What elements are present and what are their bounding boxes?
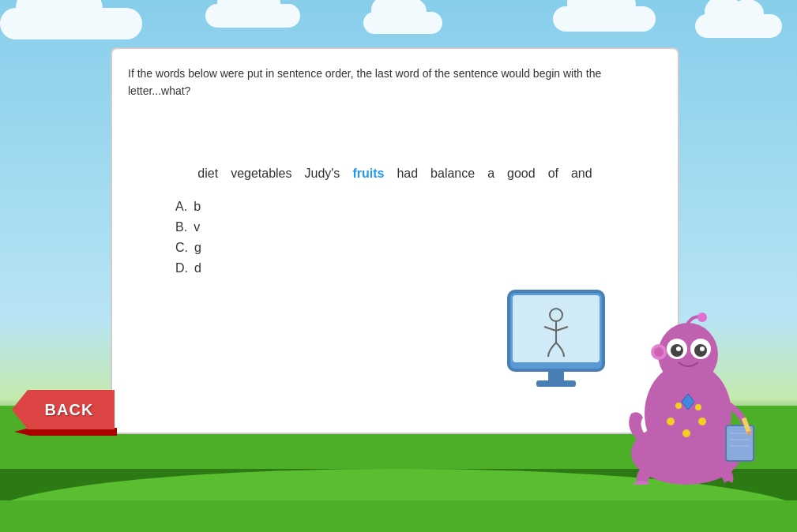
back-button[interactable]: BACK	[12, 390, 115, 429]
word-item: balance	[424, 163, 481, 184]
word-item: vegetables	[224, 163, 298, 184]
svg-point-37	[697, 313, 707, 322]
option-label: A.	[175, 200, 187, 214]
svg-rect-18	[548, 370, 564, 382]
option-item-d[interactable]: D.d	[175, 261, 662, 275]
cloud-2	[205, 4, 300, 28]
svg-rect-1	[0, 500, 797, 532]
option-label: C.	[175, 241, 188, 255]
option-value: g	[194, 241, 201, 255]
option-item-v[interactable]: B.v	[175, 220, 662, 234]
question-text: If the words below were put in sentence …	[128, 65, 662, 100]
option-item-b[interactable]: A.b	[175, 200, 662, 214]
option-value: d	[194, 261, 201, 275]
word-item: a	[481, 163, 501, 184]
option-item-g[interactable]: C.g	[175, 241, 662, 255]
back-arrow-shape: BACK	[12, 390, 115, 429]
cloud-3	[363, 12, 442, 34]
word-item: and	[565, 163, 599, 184]
options-container: A.bB.vC.gD.d	[175, 200, 662, 275]
alien-character	[615, 311, 758, 485]
words-row: dietvegetablesJudy'sfruitshadbalanceagoo…	[128, 163, 662, 184]
word-item: of	[542, 163, 565, 184]
svg-point-27	[695, 404, 701, 410]
back-button-label: BACK	[33, 401, 94, 419]
svg-point-39	[654, 347, 664, 357]
svg-point-25	[698, 418, 706, 425]
option-label: D.	[175, 261, 188, 275]
svg-rect-19	[536, 380, 576, 387]
cloud-4	[553, 6, 656, 32]
word-item: had	[390, 163, 424, 184]
svg-point-23	[667, 418, 675, 425]
arrow-body: BACK	[12, 390, 115, 429]
monitor	[505, 287, 607, 398]
cloud-5	[695, 14, 782, 38]
svg-point-35	[676, 347, 681, 351]
option-value: b	[194, 200, 201, 214]
word-item: good	[501, 163, 542, 184]
word-item: Judy's	[299, 163, 347, 184]
word-item: diet	[191, 163, 224, 184]
svg-point-24	[682, 429, 690, 437]
svg-point-26	[675, 403, 682, 409]
option-value: v	[194, 220, 200, 234]
cloud-1	[0, 8, 142, 39]
option-label: B.	[175, 220, 187, 234]
word-item: fruits	[346, 163, 390, 184]
svg-point-36	[700, 347, 705, 351]
